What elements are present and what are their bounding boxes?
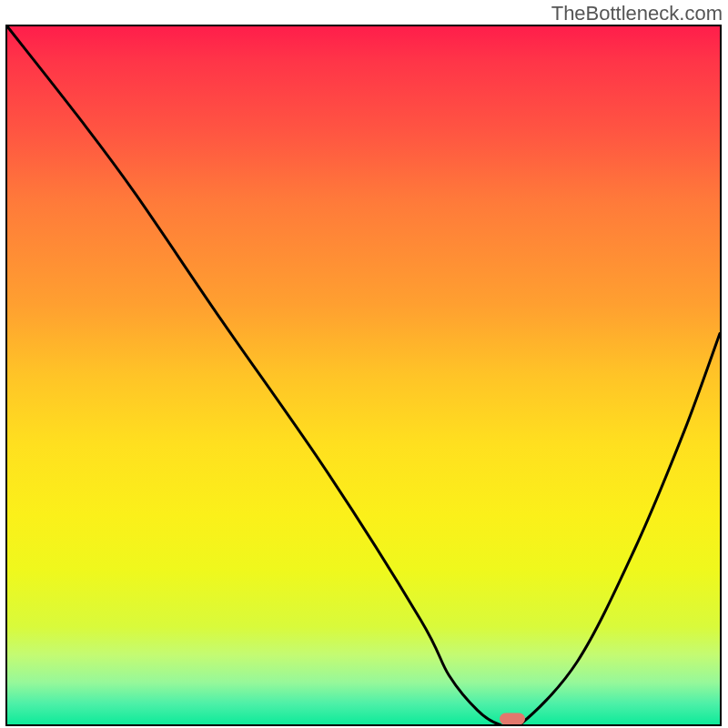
chart-frame [5, 25, 722, 726]
watermark-text: TheBottleneck.com [551, 2, 723, 25]
optimal-point-marker [500, 713, 525, 725]
bottleneck-curve [7, 26, 720, 724]
